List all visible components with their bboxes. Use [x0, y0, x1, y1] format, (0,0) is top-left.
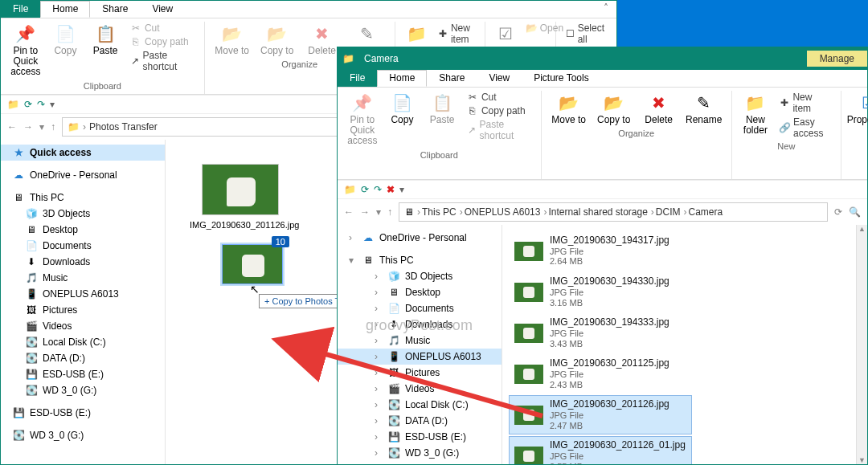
tab-share[interactable]: Share	[90, 1, 140, 18]
navigation-pane[interactable]: groovyPost.com ›☁OneDrive - Personal ▾🖥T…	[338, 225, 502, 464]
navigation-pane[interactable]: ★Quick access ☁OneDrive - Personal 🖥This…	[1, 140, 166, 464]
nav-item[interactable]: ›💾ESD-USB (E:)	[338, 429, 502, 445]
nav-item[interactable]: ›💽WD 3_0 (G:)	[338, 445, 502, 461]
qat-undo-icon[interactable]: ⟳	[361, 184, 369, 195]
nav-item[interactable]: ⬇Downloads	[1, 254, 165, 270]
properties-button[interactable]: ☑	[492, 22, 519, 46]
scrollbar[interactable]: ▲▼	[856, 225, 867, 464]
qat-redo-icon[interactable]: ↷	[374, 184, 382, 195]
nav-onedrive[interactable]: ›☁OneDrive - Personal	[338, 230, 502, 246]
nav-item[interactable]: 🖥Desktop	[1, 222, 165, 238]
properties-button[interactable]: ☑Properties	[848, 91, 868, 127]
qat-folder-icon[interactable]: 📁	[7, 99, 19, 110]
file-item[interactable]: IMG_20190630_194317.jpg JPG File 2.64 MB	[509, 231, 692, 271]
address-bar[interactable]: 🖥 › This PC› ONEPLUS A6013› Internal sha…	[399, 202, 828, 222]
copy-button[interactable]: 📄Copy	[384, 91, 421, 127]
copy-to-button[interactable]: 📂Copy to	[593, 91, 635, 127]
ribbon-collapse-icon[interactable]: ˄	[596, 1, 616, 18]
cut-button[interactable]: ✂Cut	[464, 91, 534, 104]
paste-button[interactable]: 📋Paste	[424, 91, 461, 127]
nav-this-pc[interactable]: 🖥This PC	[1, 190, 165, 206]
breadcrumb[interactable]: › Camera	[684, 206, 723, 218]
qat-delete-icon[interactable]: ✖	[387, 184, 395, 195]
nav-item[interactable]: 📱ONEPLUS A6013	[1, 286, 165, 302]
nav-back-button[interactable]: ←	[7, 121, 17, 133]
nav-back-button[interactable]: ←	[344, 206, 354, 218]
tab-home[interactable]: Home	[377, 70, 427, 87]
open-button[interactable]: 📂Open	[522, 22, 567, 35]
nav-forward-button[interactable]: →	[23, 121, 33, 133]
paste-shortcut-button[interactable]: ↗Paste shortcut	[464, 118, 534, 142]
move-to-button[interactable]: 📂Move to	[548, 91, 590, 127]
nav-item[interactable]: ›🎵Music	[338, 332, 502, 349]
new-folder-button[interactable]: 📁New folder	[739, 91, 772, 137]
file-item[interactable]: IMG_20190630_201125.jpg JPG File 2.43 MB	[509, 354, 692, 394]
nav-this-pc[interactable]: ▾🖥This PC	[338, 252, 502, 268]
nav-up-button[interactable]: ↑	[51, 121, 55, 133]
new-item-button[interactable]: ✚New item	[436, 22, 486, 46]
easy-access-button[interactable]: 🔗Easy access	[776, 116, 834, 140]
nav-item[interactable]: 🖼Pictures	[1, 302, 165, 318]
nav-item[interactable]: 💽DATA (D:)	[1, 350, 165, 366]
move-to-button[interactable]: 📂Move to	[211, 22, 253, 58]
nav-item[interactable]: 💾ESD-USB (E:)	[1, 366, 165, 382]
tab-file[interactable]: File	[338, 70, 377, 87]
tab-share[interactable]: Share	[427, 70, 477, 87]
file-item[interactable]: IMG_20190630_194330.jpg JPG File 3.16 MB	[509, 272, 692, 312]
contextual-tab-manage[interactable]: Manage	[807, 51, 867, 67]
nav-recent-button[interactable]: ▾	[376, 206, 381, 218]
copy-path-button[interactable]: ⎘Copy path	[464, 104, 534, 117]
paste-button[interactable]: 📋Paste	[87, 22, 124, 58]
tab-home[interactable]: Home	[40, 1, 90, 18]
nav-item[interactable]: ›🎬Videos	[338, 381, 502, 397]
pin-to-quick-access-button[interactable]: 📌Pin to Quick access	[344, 91, 381, 149]
nav-item[interactable]: 💽Local Disk (C:)	[1, 334, 165, 350]
nav-item[interactable]: ›🖼Pictures	[338, 365, 502, 381]
nav-quick-access[interactable]: ★Quick access	[1, 145, 165, 161]
select-all-button[interactable]: ☐Select all	[563, 22, 610, 46]
tab-picture-tools[interactable]: Picture Tools	[522, 70, 600, 87]
nav-onedrive[interactable]: ☁OneDrive - Personal	[1, 167, 165, 183]
nav-item[interactable]: ›📱ONEPLUS A6013	[338, 349, 502, 365]
nav-item[interactable]: 🎵Music	[1, 270, 165, 286]
nav-recent-button[interactable]: ▾	[39, 121, 44, 133]
copy-path-button[interactable]: ⎘Copy path	[127, 35, 198, 48]
nav-forward-button[interactable]: →	[360, 206, 370, 218]
refresh-button[interactable]: ⟳	[834, 206, 842, 218]
nav-item[interactable]: 🎬Videos	[1, 318, 165, 334]
tab-file[interactable]: File	[1, 1, 40, 18]
nav-item[interactable]: ›🧊3D Objects	[338, 268, 502, 284]
nav-item[interactable]: 📄Documents	[1, 238, 165, 254]
delete-button[interactable]: ✖Delete	[638, 91, 680, 127]
nav-up-button[interactable]: ↑	[387, 206, 392, 218]
nav-item[interactable]: ›💽DATA (D:)	[338, 413, 502, 429]
nav-drive[interactable]: 💽WD 3_0 (G:)	[1, 427, 165, 443]
tab-view[interactable]: View	[477, 70, 522, 87]
breadcrumb[interactable]: Photos Transfer	[89, 121, 158, 133]
file-item[interactable]: IMG_20190630_201126.jpg	[190, 164, 291, 230]
title-bar[interactable]: 📁 Camera Manage	[338, 47, 867, 70]
paste-shortcut-button[interactable]: ↗Paste shortcut	[127, 49, 198, 73]
copy-to-button[interactable]: 📂Copy to	[256, 22, 298, 58]
cut-button[interactable]: ✂Cut	[127, 22, 198, 35]
rename-button[interactable]: ✎Rename	[683, 91, 725, 127]
nav-item[interactable]: ›💽Local Disk (C:)	[338, 397, 502, 413]
qat-dropdown-icon[interactable]: ▾	[50, 99, 55, 110]
content-pane[interactable]: IMG_20190630_194317.jpg JPG File 2.64 MB…	[502, 225, 867, 464]
qat-redo-icon[interactable]: ↷	[37, 99, 45, 110]
file-item[interactable]: IMG_20190630_201126.jpg JPG File 2.47 MB	[509, 395, 692, 434]
breadcrumb[interactable]: › This PC	[417, 206, 457, 218]
tab-view[interactable]: View	[140, 1, 185, 18]
nav-item[interactable]: ›⬇Downloads	[338, 316, 502, 332]
qat-dropdown-icon[interactable]: ▾	[399, 184, 404, 195]
nav-item[interactable]: ›📄Documents	[338, 300, 502, 316]
file-item[interactable]: IMG_20190630_194333.jpg JPG File 3.43 MB	[509, 313, 692, 353]
nav-item[interactable]: 🧊3D Objects	[1, 206, 165, 222]
new-item-button[interactable]: ✚New item	[776, 91, 834, 115]
nav-drive[interactable]: 💾ESD-USB (E:)	[1, 405, 165, 421]
breadcrumb[interactable]: › DCIM	[651, 206, 681, 218]
nav-item[interactable]: ›🖥Desktop	[338, 284, 502, 300]
file-item[interactable]: IMG_20190630_201126_01.jpg JPG File 2.55…	[509, 436, 692, 464]
breadcrumb[interactable]: › Internal shared storage	[543, 206, 647, 218]
pin-to-quick-access-button[interactable]: 📌Pin to Quick access	[7, 22, 44, 80]
